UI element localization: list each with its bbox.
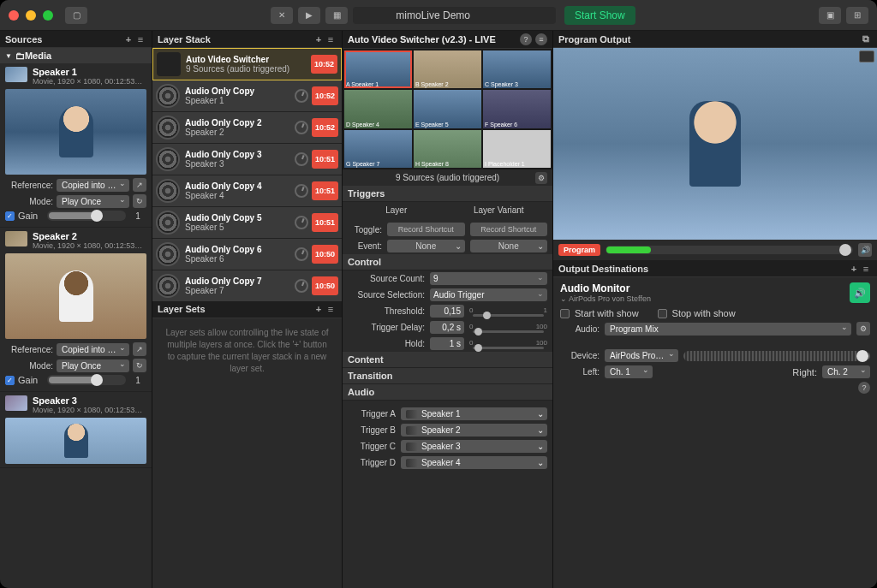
live-badge[interactable]: 10:52 (312, 86, 338, 105)
hold-input[interactable]: 1 s (430, 337, 464, 350)
source-item[interactable]: Speaker 2 Movie, 1920 × 1080, 00:12:53… … (0, 228, 152, 392)
threshold-input[interactable]: 0,15 (430, 305, 464, 318)
layer-sets-add-button[interactable]: + (313, 304, 325, 314)
toolbar-button-2[interactable]: ▶ (298, 7, 320, 24)
zoom-button[interactable] (43, 10, 53, 21)
left-channel-select[interactable]: Ch. 1 (605, 365, 653, 378)
layer-item[interactable]: Audio Only CopySpeaker 1 10:52 (152, 80, 342, 112)
toolbar-right-2[interactable]: ⊞ (846, 7, 868, 24)
layer-item[interactable]: Audio Only Copy 6Speaker 6 10:50 (152, 239, 342, 270)
audio-mix-select[interactable]: Program Mix (605, 323, 851, 336)
gain-checkbox[interactable]: ✓ (5, 211, 15, 221)
trigger-delay-slider[interactable] (473, 330, 544, 333)
source-item[interactable]: Speaker 1 Movie, 1920 × 1080, 00:12:53… … (0, 63, 152, 228)
content-section[interactable]: Content (343, 352, 552, 368)
destinations-add-button[interactable]: + (848, 264, 860, 274)
device-select[interactable]: AirPods Pro… (605, 349, 678, 362)
help-button[interactable]: ? (520, 33, 532, 45)
stop-with-show-checkbox[interactable] (658, 309, 667, 318)
start-with-show-checkbox[interactable] (560, 309, 570, 318)
trigger-d-select[interactable]: Speaker 4 (401, 456, 547, 469)
reference-select[interactable]: Copied into Docu… (57, 179, 129, 192)
live-badge[interactable]: 10:52 (312, 118, 338, 137)
grid-cell[interactable]: H Speaker 8 (414, 130, 481, 168)
event-select[interactable]: None (387, 240, 465, 252)
audio-mute-button[interactable]: 🔊 (858, 243, 872, 257)
trigger-delay-input[interactable]: 0,2 s (430, 321, 464, 334)
gain-slider[interactable] (47, 375, 126, 385)
layer-item[interactable]: Audio Only Copy 3Speaker 3 10:51 (152, 144, 342, 175)
output-popout-button[interactable]: ⧉ (860, 33, 872, 45)
layer-title: Audio Only Copy (185, 86, 295, 96)
layer-sets-menu-button[interactable]: ≡ (325, 304, 337, 314)
grid-cell[interactable]: F Speaker 6 (483, 90, 551, 128)
layers-add-button[interactable]: + (313, 34, 325, 45)
grid-cell[interactable]: B Speaker 2 (414, 50, 481, 88)
live-badge[interactable]: 10:52 (311, 55, 337, 74)
trigger-c-select[interactable]: Speaker 3 (401, 440, 547, 453)
grid-cell[interactable]: I Placeholder 1 (483, 130, 551, 168)
live-badge[interactable]: 10:51 (312, 181, 338, 200)
close-button[interactable] (9, 10, 19, 21)
toolbar-button-3[interactable]: ▦ (325, 7, 348, 24)
layer-item[interactable]: Audio Only Copy 4Speaker 4 10:51 (152, 175, 342, 207)
sidebar-toggle-icon[interactable]: ▢ (65, 7, 87, 24)
audio-section[interactable]: Audio (343, 384, 552, 401)
layer-item-avs[interactable]: Auto Video Switcher 9 Sources (audio tri… (152, 48, 342, 80)
grid-cell[interactable]: G Speaker 7 (344, 130, 412, 168)
loop-button[interactable]: ↻ (133, 194, 146, 208)
loop-button[interactable]: ↻ (133, 359, 146, 372)
trigger-b-select[interactable]: Speaker 2 (401, 424, 547, 437)
hold-slider[interactable] (473, 347, 544, 349)
layer-item[interactable]: Audio Only Copy 2Speaker 2 10:52 (152, 112, 342, 144)
reference-select[interactable]: Copied into Docu… (57, 343, 129, 356)
gear-icon[interactable]: ⚙ (535, 172, 547, 184)
grid-cell[interactable]: C Speaker 3 (483, 50, 551, 88)
record-shortcut-button[interactable]: Record Shortcut (470, 223, 548, 236)
destinations-menu-button[interactable]: ≡ (860, 264, 872, 274)
sources-menu-button[interactable]: ≡ (134, 34, 146, 45)
document-title[interactable]: mimoLive Demo (353, 7, 556, 24)
help-button[interactable]: ? (858, 382, 870, 394)
toolbar-right-1[interactable]: ▣ (819, 7, 841, 24)
gain-slider[interactable] (47, 211, 126, 221)
grid-footer: 9 Sources (audio triggered) ⚙ (343, 169, 552, 186)
threshold-slider[interactable] (473, 314, 544, 317)
audio-settings-button[interactable]: ⚙ (856, 322, 870, 336)
live-badge[interactable]: 10:51 (312, 213, 338, 232)
source-selection-select[interactable]: Audio Trigger (430, 288, 547, 301)
live-badge[interactable]: 10:50 (312, 276, 338, 295)
device-volume-slider[interactable] (683, 351, 870, 361)
gain-checkbox[interactable]: ✓ (5, 376, 15, 385)
trigger-a-select[interactable]: Speaker 1 (401, 407, 547, 420)
source-count-select[interactable]: 9 (430, 272, 547, 285)
grid-cell[interactable]: A Speaker 1 (344, 50, 412, 88)
live-badge[interactable]: 10:50 (312, 245, 338, 264)
source-item[interactable]: Speaker 3 Movie, 1920 × 1080, 00:12:53… (0, 392, 152, 468)
media-folder[interactable]: ▼ 🗀 Media (0, 48, 152, 63)
right-channel-select[interactable]: Ch. 2 (822, 365, 870, 378)
toolbar-button-1[interactable]: ✕ (271, 7, 293, 24)
minimize-button[interactable] (26, 10, 36, 21)
inspector-menu-button[interactable]: ≡ (535, 33, 547, 45)
speaker-icon (156, 242, 180, 266)
layers-menu-button[interactable]: ≡ (325, 34, 337, 45)
pip-icon[interactable] (859, 50, 874, 62)
mode-select[interactable]: Play Once (57, 359, 129, 372)
transition-section[interactable]: Transition (343, 368, 552, 384)
start-show-button[interactable]: Start Show (564, 6, 635, 25)
layer-item[interactable]: Audio Only Copy 7Speaker 7 10:50 (152, 270, 342, 301)
grid-cell[interactable]: E Speaker 5 (414, 90, 481, 128)
mode-select[interactable]: Play Once (57, 195, 129, 208)
reveal-button[interactable]: ↗ (133, 342, 146, 356)
live-badge[interactable]: 10:51 (312, 150, 338, 169)
sources-add-button[interactable]: + (122, 34, 134, 45)
audio-monitor-toggle[interactable]: 🔊 (850, 282, 870, 303)
record-shortcut-button[interactable]: Record Shortcut (387, 223, 465, 236)
event-select[interactable]: None (470, 240, 548, 252)
program-output-header: Program Output ⧉ (553, 31, 877, 48)
program-audio-slider[interactable] (606, 246, 853, 254)
reveal-button[interactable]: ↗ (133, 178, 146, 192)
layer-item[interactable]: Audio Only Copy 5Speaker 5 10:51 (152, 207, 342, 239)
grid-cell[interactable]: D Speaker 4 (344, 90, 412, 128)
